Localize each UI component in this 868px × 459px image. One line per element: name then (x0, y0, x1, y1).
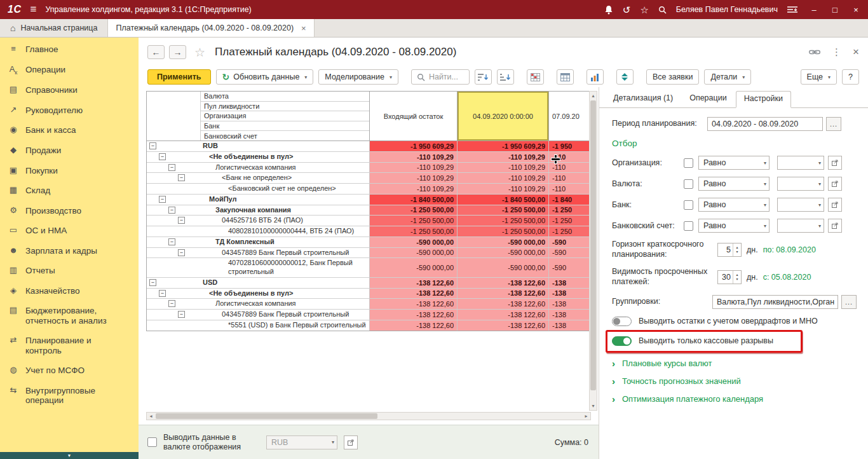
form-more-menu-icon[interactable]: ⋮ (832, 46, 841, 58)
spinner-arrows-icon[interactable]: ▴▾ (733, 271, 741, 284)
scroll-up-icon[interactable]: ▴ (590, 92, 597, 100)
cell-value[interactable]: -1 950 609,29 (369, 141, 457, 151)
nav-forward-button[interactable]: → (169, 45, 186, 59)
overdraft-toggle[interactable] (612, 317, 632, 326)
tab-home[interactable]: ⌂ Начальная страница (0, 19, 108, 37)
scroll-down-icon[interactable]: ▾ (590, 402, 597, 410)
sidebar-item-13[interactable]: ◈Казначейство (0, 281, 139, 301)
filter-use-checkbox[interactable] (684, 179, 693, 189)
collapse-toggle-icon[interactable]: − (168, 164, 175, 171)
filter-op-select[interactable]: Равно▾ (698, 177, 770, 191)
cell-value[interactable]: -138 122,60 (369, 320, 457, 331)
maximize-button[interactable]: □ (831, 5, 839, 15)
display-currency-select[interactable]: RUB ▾ (266, 435, 337, 449)
cell-value[interactable]: -1 250 500,00 (369, 226, 457, 236)
cell-value[interactable]: -138 122,60 (457, 278, 548, 288)
period-input[interactable]: 04.09.2020 - 08.09.2020 (707, 117, 823, 131)
filter-value-select[interactable]: ▾ (777, 177, 824, 191)
cell-value[interactable]: -138 122,60 (369, 278, 457, 288)
cell-value[interactable]: -138 122,60 (369, 310, 457, 320)
cell-value[interactable]: -1 250 500,00 (457, 205, 548, 216)
cell-value[interactable]: -1 840 (548, 195, 592, 205)
table-row[interactable]: −Закупочная компания-1 250 500,00-1 250 … (147, 205, 590, 216)
cell-value[interactable]: -138 (548, 320, 592, 331)
scrollbar-thumb[interactable] (590, 100, 596, 390)
filter-value-select[interactable]: ▾ (777, 156, 824, 170)
table-row[interactable]: −Логистическая компания-110 109,29-110 1… (147, 163, 590, 174)
close-form-button[interactable]: × (853, 46, 859, 58)
cash-gaps-toggle[interactable] (612, 336, 632, 346)
sort-descending-button[interactable] (497, 69, 514, 85)
grouping-level-header[interactable]: Банковский счет (200, 131, 369, 140)
overdue-spinner[interactable]: 30 ▴▾ (717, 270, 742, 284)
sidebar-item-14[interactable]: ▤Бюджетирование, отчетность и анализ (0, 301, 139, 331)
cell-value[interactable]: -138 122,60 (369, 289, 457, 299)
section-expander[interactable]: ›Плановые курсы валют (612, 359, 863, 368)
filter-open-button[interactable] (828, 219, 842, 233)
tab-operations[interactable]: Операции (682, 91, 734, 107)
cell-value[interactable]: -590 000,00 (369, 237, 457, 247)
cell-value[interactable]: -590 (548, 258, 592, 277)
cell-value[interactable]: -1 950 609,29 (457, 141, 548, 151)
cell-value[interactable]: -590 000,00 (369, 248, 457, 258)
tab-close-icon[interactable]: × (301, 24, 306, 33)
table-row[interactable]: −<Не объединены в пул>-110 109,29-110 10… (147, 152, 590, 163)
cell-value[interactable]: -1 250 (548, 205, 592, 216)
current-user[interactable]: Беляев Павел Геннадьевич (676, 5, 778, 14)
cell-value[interactable]: -590 (548, 248, 592, 258)
sidebar-item-16[interactable]: ◍Учет по МСФО (0, 360, 139, 381)
table-row[interactable]: −USD-138 122,60-138 122,60-138 (147, 278, 590, 289)
cell-value[interactable]: -110 109,29 (369, 152, 457, 162)
sidebar-item-6[interactable]: ◆Продажи (0, 140, 139, 161)
scroll-right-icon[interactable]: ▸ (582, 413, 590, 420)
more-button[interactable]: Еще ▾ (801, 69, 837, 85)
close-window-button[interactable]: × (851, 5, 860, 15)
filter-open-button[interactable] (828, 156, 842, 170)
collapse-toggle-icon[interactable]: − (159, 196, 166, 203)
tab-payment-calendar[interactable]: Платежный календарь (04.09.2020 - 08.09.… (108, 19, 314, 37)
sidebar-scroll-down[interactable]: ▼ (0, 452, 139, 459)
horizon-date-link[interactable]: по: 08.09.2020 (763, 245, 816, 254)
sidebar-item-5[interactable]: ◉Банк и касса (0, 120, 139, 140)
sidebar-item-15[interactable]: ⇄Планирование и контроль (0, 331, 139, 360)
cell-value[interactable]: -1 250 500,00 (457, 226, 548, 236)
filter-open-button[interactable] (828, 198, 842, 212)
cell-value[interactable]: -138 122,60 (369, 299, 457, 309)
sidebar-item-1[interactable]: ≡Главное (0, 39, 139, 60)
sidebar-item-4[interactable]: ↗Руководителю (0, 100, 139, 121)
sidebar-item-11[interactable]: ☻Зарплата и кадры (0, 241, 139, 261)
table-row[interactable]: −043457889 Банк Первый строительный-590 … (147, 248, 590, 259)
notifications-bell-icon[interactable] (604, 5, 613, 15)
grouping-level-header[interactable]: Пул ликвидности (200, 102, 369, 112)
cell-value[interactable]: -110 109,29 (369, 173, 457, 183)
overdue-date-link[interactable]: с: 05.08.2020 (763, 273, 811, 282)
horizontal-scrollbar[interactable]: ◂ ▸ (146, 412, 591, 420)
collapse-toggle-icon[interactable]: − (178, 174, 185, 181)
collapse-toggle-icon[interactable]: − (178, 311, 185, 318)
tab-settings[interactable]: Настройки (736, 91, 791, 108)
cell-value[interactable]: -110 (548, 184, 592, 194)
cell-value[interactable]: -590 000,00 (457, 258, 548, 277)
vertical-scrollbar[interactable]: ▴ ▾ (589, 91, 597, 411)
expand-collapse-levels-button[interactable] (616, 69, 634, 85)
table-row[interactable]: −Логистическая компания-138 122,60-138 1… (147, 299, 590, 310)
cell-value[interactable]: -110 109,29 (457, 184, 548, 194)
cell-value[interactable]: -110 (548, 173, 592, 183)
column-header-incoming-balance[interactable]: Входящий остаток (369, 92, 457, 140)
filter-value-select[interactable]: ▾ (777, 198, 824, 212)
table-row[interactable]: −<Не объединены в пул>-138 122,60-138 12… (147, 289, 590, 299)
cell-value[interactable]: -1 250 500,00 (369, 216, 457, 226)
sort-ascending-button[interactable] (475, 69, 492, 85)
sidebar-item-17[interactable]: ⇆Внутригрупповые операции (0, 381, 139, 411)
cell-value[interactable]: -138 (548, 310, 592, 320)
horizon-spinner[interactable]: 5 ▴▾ (717, 243, 742, 257)
spinner-arrows-icon[interactable]: ▴▾ (733, 243, 741, 256)
table-row[interactable]: 40802810100000000444, ВТБ 24 (ПАО)-1 250… (147, 226, 590, 237)
favorite-star-icon[interactable]: ☆ (194, 45, 205, 60)
sidebar-item-8[interactable]: ▦Склад (0, 181, 139, 201)
collapse-toggle-icon[interactable]: − (178, 249, 185, 256)
filter-op-select[interactable]: Равно▾ (698, 219, 770, 233)
sidebar-item-9[interactable]: ⚙Производство (0, 201, 139, 221)
history-icon[interactable]: ↺ (623, 5, 631, 15)
cell-value[interactable]: -138 122,60 (457, 320, 548, 331)
